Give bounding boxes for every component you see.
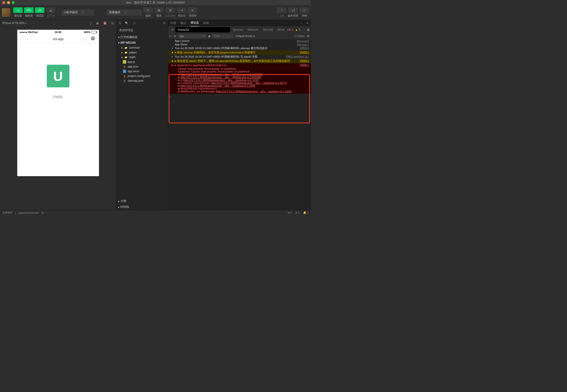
version-button[interactable]: ⎇ 版本管理 (288, 7, 298, 17)
context-select[interactable]: top▾ (178, 34, 206, 38)
capsule-button[interactable]: ••• (81, 36, 97, 42)
console-output[interactable]: App LaunchApp.vue:4 App ShowApp.vue:7 ▾T… (168, 39, 311, 210)
output-tabs: 问题 输出 调试器 终端 ⌄ ✕ (168, 20, 311, 27)
levels-select[interactable]: Default levels ▾ (236, 34, 255, 38)
folder-common[interactable]: ▸📁common (118, 45, 168, 50)
titlebar: test - 微信开发者工具 Stable 1.03.2006090 (0, 0, 311, 5)
hidden-count[interactable]: 1 hidden (294, 34, 305, 38)
tab-output[interactable]: 输出 (181, 20, 186, 27)
minimize-window[interactable] (7, 1, 10, 4)
timeline-section[interactable]: ▸时间线 (116, 204, 168, 210)
status-errors[interactable]: ⊗ 0 (287, 211, 292, 214)
layers-icon: ≋ (188, 7, 197, 13)
file-app-json[interactable]: {}app.json (118, 64, 168, 69)
window-title: test - 微信开发者工具 Stable 1.03.2006090 (126, 0, 184, 5)
debugger-toggle[interactable]: ⇄ 调试器 (35, 7, 44, 17)
menu-dots-icon[interactable]: ••• (81, 37, 89, 41)
eye-icon: ◉ (154, 7, 164, 13)
log-row: ▾Tue Jul 28 2020 10:26:13 GMT+0800 (中国标准… (168, 55, 311, 59)
close-icon[interactable]: ✕ (306, 21, 309, 25)
compile-button[interactable]: ⟳ 编译 (143, 7, 153, 17)
run-icon[interactable]: ▷ (170, 34, 172, 38)
dt-tab-console[interactable]: Console (175, 27, 230, 32)
clear-cache-button[interactable]: ≋ 清缓存 (188, 7, 197, 17)
background-button[interactable]: ⇥ 切后台 (177, 7, 186, 17)
tab-problems[interactable]: 问题 (170, 20, 176, 27)
file-project-config[interactable]: {}project.config.json (118, 74, 168, 78)
phone-simulator[interactable]: ●●●●● WeChat 10:26 100% uni-app ••• U (17, 30, 99, 176)
warn-badge[interactable]: ▲ 2 (295, 28, 300, 31)
app-logo: U (47, 65, 70, 87)
settings-icon[interactable]: ⚙ (163, 21, 166, 25)
error-badge[interactable]: ⊗ 1 (288, 28, 293, 31)
preview-button[interactable]: ◉ 预览 (154, 7, 164, 17)
branch-icon: ⎇ (288, 7, 298, 13)
clear-icon[interactable]: ⊘ (174, 34, 176, 38)
dock-icon[interactable]: ▣ (307, 28, 310, 31)
log-row: ▾Tue Jul 28 2020 10:26:13 GMT+0800 (中国标准… (168, 46, 311, 51)
bug-icon: ⇄ (35, 7, 44, 13)
phone-navbar: uni-app ••• (17, 34, 99, 43)
outline-section[interactable]: ▸大纲 (116, 198, 168, 204)
hello-text: Hello (53, 95, 63, 99)
user-avatar[interactable] (2, 8, 10, 17)
gear-icon[interactable]: ⚙ (307, 34, 310, 38)
folder-static[interactable]: ▸📁static (118, 55, 168, 59)
close-window[interactable] (2, 1, 5, 4)
status-bar: 页面路径 | pages/index/index ⧉ ⋯ ⊗ 0 ▲ 0 🔔 1 (0, 210, 311, 215)
maximize-window[interactable] (12, 1, 15, 4)
copy-icon[interactable]: ⧉ (42, 211, 43, 214)
rotate-icon[interactable]: ▯ (90, 21, 92, 25)
upload-button[interactable]: ⤴ 上传 (277, 7, 286, 17)
project-root[interactable]: ▾MP-WEIXIN (116, 40, 168, 45)
list-icon[interactable]: ☰ (119, 21, 121, 25)
console-prompt[interactable]: › (168, 94, 311, 98)
page-path[interactable]: pages/index/index (18, 211, 39, 214)
status-warnings[interactable]: ▲ 0 (295, 211, 300, 214)
live-icon[interactable]: ◉ (208, 34, 211, 38)
editor-toggle[interactable]: </> 编辑器 (24, 7, 34, 17)
menu-icon: ≡ (299, 7, 309, 13)
detail-button[interactable]: ≡ 详情 (299, 7, 309, 17)
cloud-dev-button[interactable]: ☁ 云开发 (46, 7, 55, 17)
file-sitemap[interactable]: {}sitemap.json (118, 78, 168, 83)
file-app-wxss[interactable]: ≡app.wxss (118, 69, 168, 74)
tab-debugger[interactable]: 调试器 (190, 19, 199, 27)
dt-tab-network[interactable]: Network (245, 27, 260, 32)
filter-input[interactable] (213, 34, 234, 38)
refresh-icon: ⟳ (143, 7, 153, 13)
log-error: ⊗▸ SystemError (appServiceSDKScriptError… (168, 63, 311, 67)
phone-statusbar: ●●●●● WeChat 10:26 100% (17, 30, 99, 34)
tab-terminal[interactable]: 终端 (203, 20, 209, 27)
dt-more-icon[interactable]: ⋮ (302, 28, 305, 31)
mute-icon[interactable]: 🔇 (103, 21, 107, 25)
log-row: App ShowApp.vue:7 (168, 43, 311, 46)
bell-icon[interactable]: 🔔 1 (303, 211, 309, 214)
git-icon[interactable]: ⎇ (132, 21, 136, 25)
compile-mode-select[interactable]: 普通编译▾ (107, 9, 142, 15)
record-icon[interactable]: ◉ (96, 21, 99, 25)
simulator-toggle[interactable]: ▭ 模拟器 (13, 7, 23, 17)
inspect-icon[interactable]: ⯐ (170, 28, 175, 31)
open-editors-section[interactable]: ▾打开的编辑器 (116, 34, 168, 40)
explorer-title: 资源管理器 (116, 27, 168, 34)
dt-tab-mock[interactable]: Mock (275, 27, 287, 32)
upload-icon: ⤴ (277, 7, 286, 13)
log-row: App LaunchApp.vue:4 (168, 39, 311, 43)
remote-debug-button[interactable]: ⊞ 真机调试 (165, 7, 176, 17)
search-icon[interactable]: 🔍 (125, 21, 128, 25)
folder-pages[interactable]: ▸📁pages (118, 50, 168, 55)
more-tabs-icon[interactable]: » (287, 28, 288, 31)
dt-tab-sources[interactable]: Sources (230, 27, 245, 32)
app-mode-select[interactable]: 小程序模式▾ (61, 9, 94, 15)
popout-icon[interactable]: ⧉ (111, 21, 114, 25)
more-icon[interactable]: ⋯ (46, 211, 48, 214)
file-app-js[interactable]: JSapp.js (118, 59, 168, 64)
device-select[interactable]: iPhone 6/7/8 85% ▾ (2, 21, 27, 25)
phone-icon: ▭ (13, 7, 23, 13)
chevron-down-icon[interactable]: ⌄ (300, 21, 303, 25)
close-circle-icon[interactable] (89, 37, 97, 41)
dt-tab-security[interactable]: Security (260, 27, 275, 32)
page-title: uni-app (52, 37, 64, 41)
cloud-icon: ☁ (46, 7, 55, 13)
